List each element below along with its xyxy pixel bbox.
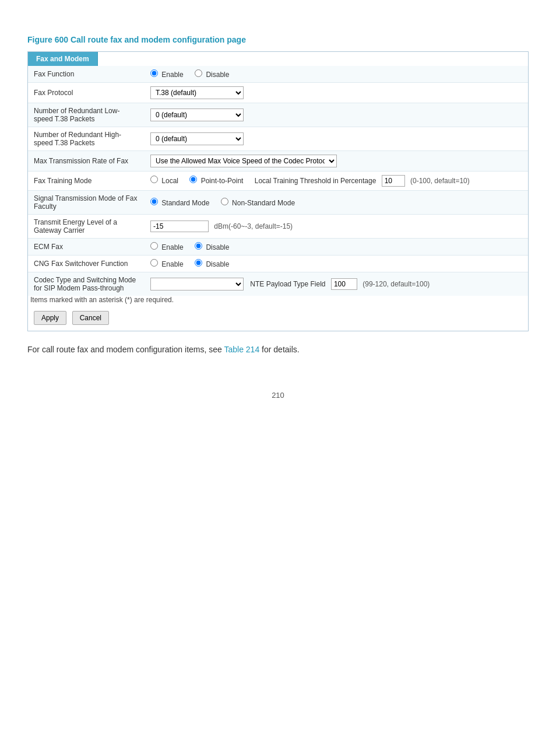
apply-button[interactable]: Apply [34,311,66,325]
local-training-hint: (0-100, default=10) [410,177,470,185]
label-redundant-high: Number of Redundant High-speed T.38 Pack… [28,127,145,151]
radio-ecm-disable[interactable]: Disable [195,243,229,251]
value-fax-training: Local Point-to-Point Local Training Thre… [145,172,528,191]
config-box: Fax and Modem Fax Function Enable Disabl… [27,51,529,331]
radio-fax-function-enable-input[interactable] [150,69,158,77]
description-after: for details. [259,345,299,354]
value-redundant-low: 0 (default) [145,103,528,127]
description-before: For call route fax and modem configurati… [27,345,224,354]
value-ecm-fax: Enable Disable [145,239,528,256]
label-signal-transmission: Signal Transmission Mode of Fax Faculty [28,191,145,215]
value-transmit-energy: dBm(-60~-3, default=-15) [145,215,528,239]
page-number: 210 [27,391,529,400]
value-signal-transmission: Standard Mode Non-Standard Mode [145,191,528,215]
radio-fax-training-p2p-input[interactable] [189,176,197,183]
select-max-transmission[interactable]: Use the Allowed Max Voice Speed of the C… [150,155,337,167]
radio-fax-function-disable[interactable]: Disable [195,71,229,79]
row-transmit-energy: Transmit Energy Level of a Gateway Carri… [28,215,528,239]
row-redundant-high: Number of Redundant High-speed T.38 Pack… [28,127,528,151]
value-max-transmission: Use the Allowed Max Voice Speed of the C… [145,151,528,172]
radio-standard-mode[interactable]: Standard Mode [150,199,212,207]
row-ecm-fax: ECM Fax Enable Disable [28,239,528,256]
label-ecm-fax: ECM Fax [28,239,145,256]
page-content: Figure 600 Call route fax and modem conf… [27,35,529,400]
radio-standard-mode-input[interactable] [150,198,158,205]
radio-cng-disable[interactable]: Disable [195,260,229,268]
transmit-energy-hint: dBm(-60~-3, default=-15) [214,222,293,230]
local-training-threshold-label: Local Training Threshold in Percentage [255,177,376,185]
row-codec-type: Codec Type and Switching Mode for SIP Mo… [28,272,528,296]
label-fax-function: Fax Function [28,66,145,83]
figure-title: Figure 600 Call route fax and modem conf… [27,35,529,44]
row-fax-function: Fax Function Enable Disable [28,66,528,83]
label-codec-type: Codec Type and Switching Mode for SIP Mo… [28,272,145,296]
table-214-link[interactable]: Table 214 [224,345,259,354]
radio-non-standard-mode[interactable]: Non-Standard Mode [221,199,295,207]
label-cng-fax: CNG Fax Switchover Function [28,256,145,272]
description-text: For call route fax and modem configurati… [27,343,529,356]
radio-ecm-enable[interactable]: Enable [150,243,185,251]
cancel-button[interactable]: Cancel [72,311,109,325]
radio-non-standard-mode-input[interactable] [221,198,228,205]
select-fax-protocol[interactable]: T.38 (default) [150,86,244,99]
radio-cng-enable[interactable]: Enable [150,260,185,268]
select-redundant-high[interactable]: 0 (default) [150,132,244,145]
config-table: Fax Function Enable Disable Fax Protocol [28,66,528,296]
tab-fax-modem[interactable]: Fax and Modem [28,52,98,66]
value-fax-protocol: T.38 (default) [145,83,528,103]
local-training-threshold-input[interactable] [382,175,405,187]
tab-bar: Fax and Modem [28,52,528,66]
transmit-energy-input[interactable] [150,220,209,232]
radio-fax-training-p2p[interactable]: Point-to-Point [189,177,245,185]
nte-payload-hint: (99-120, default=100) [363,280,430,288]
radio-ecm-enable-input[interactable] [150,242,158,250]
label-fax-training: Fax Training Mode [28,172,145,191]
row-redundant-low: Number of Redundant Low-speed T.38 Packe… [28,103,528,127]
row-fax-protocol: Fax Protocol T.38 (default) [28,83,528,103]
nte-payload-label: NTE Payload Type Field [250,280,325,288]
radio-cng-enable-input[interactable] [150,259,158,267]
radio-ecm-disable-input[interactable] [195,242,202,250]
nte-payload-input[interactable] [331,278,357,290]
value-codec-type: NTE Payload Type Field (99-120, default=… [145,272,528,296]
row-signal-transmission: Signal Transmission Mode of Fax Faculty … [28,191,528,215]
value-fax-function: Enable Disable [145,66,528,83]
button-row: Apply Cancel [28,307,528,331]
row-fax-training: Fax Training Mode Local Point-to-Point L… [28,172,528,191]
label-fax-protocol: Fax Protocol [28,83,145,103]
radio-fax-function-disable-input[interactable] [195,69,202,77]
label-transmit-energy: Transmit Energy Level of a Gateway Carri… [28,215,145,239]
radio-fax-training-local[interactable]: Local [150,177,180,185]
label-redundant-low: Number of Redundant Low-speed T.38 Packe… [28,103,145,127]
select-codec-type[interactable] [150,278,244,290]
radio-cng-disable-input[interactable] [195,259,202,267]
select-redundant-low[interactable]: 0 (default) [150,108,244,121]
radio-fax-training-local-input[interactable] [150,176,158,183]
row-cng-fax: CNG Fax Switchover Function Enable Disab… [28,256,528,272]
label-max-transmission: Max Transmission Rate of Fax [28,151,145,172]
footnote: Items marked with an asterisk (*) are re… [28,296,528,304]
row-max-transmission: Max Transmission Rate of Fax Use the All… [28,151,528,172]
value-redundant-high: 0 (default) [145,127,528,151]
value-cng-fax: Enable Disable [145,256,528,272]
radio-fax-function-enable[interactable]: Enable [150,71,185,79]
